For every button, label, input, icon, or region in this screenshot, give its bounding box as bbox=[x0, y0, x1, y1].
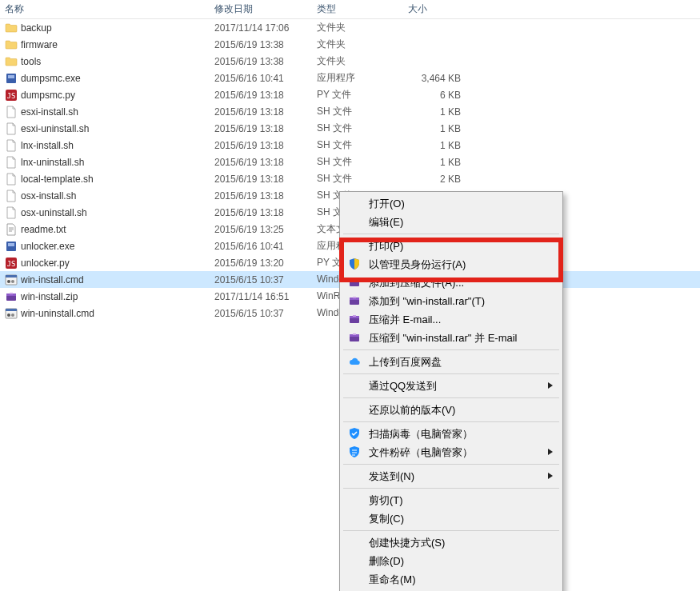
menu-separator bbox=[343, 234, 559, 234]
menu-cut[interactable]: 剪切(T) bbox=[342, 491, 561, 509]
column-header-size[interactable]: 大小 bbox=[403, 0, 467, 19]
file-name: readme.txt bbox=[21, 224, 66, 235]
file-row[interactable]: esxi-install.sh2015/6/19 13:18SH 文件1 KB bbox=[0, 103, 700, 120]
menu-compress-rar-email[interactable]: 压缩到 "win-install.rar" 并 E-mail bbox=[342, 329, 561, 347]
folder-icon bbox=[5, 22, 18, 34]
file-size: 3,464 KB bbox=[403, 73, 467, 84]
file-size: 1 KB bbox=[403, 106, 467, 118]
file-icon bbox=[5, 139, 18, 152]
file-type: SH 文件 bbox=[312, 105, 403, 118]
svg-rect-16 bbox=[6, 309, 17, 311]
menu-file-shred[interactable]: 文件粉碎（电脑管家） bbox=[342, 443, 561, 461]
winrar-icon bbox=[348, 294, 361, 307]
file-name: win-install.cmd bbox=[21, 274, 84, 286]
menu-open[interactable]: 打开(O) bbox=[342, 194, 561, 213]
menu-scan-virus[interactable]: 扫描病毒（电脑管家） bbox=[342, 425, 561, 443]
file-name: osx-uninstall.sh bbox=[21, 207, 87, 218]
menu-send-to[interactable]: 发送到(N) bbox=[342, 467, 561, 485]
file-row[interactable]: JSdumpsmc.py2015/6/19 13:18PY 文件6 KB bbox=[0, 86, 700, 103]
file-name: dumpsmc.py bbox=[21, 90, 75, 101]
svg-text:JS: JS bbox=[7, 260, 16, 268]
column-header-name[interactable]: 名称 bbox=[0, 0, 210, 19]
menu-compress-email[interactable]: 压缩并 E-mail... bbox=[342, 310, 561, 329]
file-icon bbox=[5, 156, 18, 169]
file-row[interactable]: dumpsmc.exe2015/6/16 10:41应用程序3,464 KB bbox=[0, 70, 700, 86]
file-type: 应用程序 bbox=[312, 71, 403, 85]
file-type: SH 文件 bbox=[312, 172, 403, 186]
file-row[interactable]: firmware2015/6/19 13:38文件夹 bbox=[0, 36, 700, 53]
file-type: 文件夹 bbox=[312, 21, 403, 34]
file-name: dumpsmc.exe bbox=[21, 73, 81, 84]
file-type: PY 文件 bbox=[312, 88, 403, 102]
file-row[interactable]: backup2017/11/14 17:06文件夹 bbox=[0, 19, 700, 36]
py-icon: JS bbox=[5, 89, 18, 102]
file-name: unlocker.py bbox=[21, 258, 70, 269]
file-date: 2015/6/19 13:18 bbox=[210, 90, 312, 101]
svg-point-11 bbox=[11, 280, 14, 283]
menu-restore-previous[interactable]: 还原以前的版本(V) bbox=[342, 401, 561, 419]
menu-copy[interactable]: 复制(C) bbox=[342, 509, 561, 528]
menu-edit[interactable]: 编辑(E) bbox=[342, 213, 561, 231]
file-date: 2015/6/19 13:18 bbox=[210, 140, 312, 151]
file-row[interactable]: local-template.sh2015/6/19 13:18SH 文件2 K… bbox=[0, 170, 700, 187]
menu-separator bbox=[343, 373, 559, 374]
file-name: tools bbox=[21, 56, 41, 67]
guard-shield-icon bbox=[348, 427, 361, 440]
file-name: win-install.zip bbox=[21, 291, 78, 302]
py-icon: JS bbox=[5, 257, 18, 270]
file-date: 2015/6/19 13:18 bbox=[210, 157, 312, 168]
winrar-icon bbox=[348, 313, 361, 325]
file-name: lnx-install.sh bbox=[21, 140, 74, 151]
file-row[interactable]: esxi-uninstall.sh2015/6/19 13:18SH 文件1 K… bbox=[0, 120, 700, 137]
svg-point-18 bbox=[11, 313, 14, 317]
file-date: 2017/11/14 16:51 bbox=[210, 291, 312, 302]
submenu-arrow-icon bbox=[548, 473, 553, 479]
svg-rect-5 bbox=[8, 243, 14, 246]
file-date: 2017/11/14 17:06 bbox=[210, 22, 312, 34]
file-size: 2 KB bbox=[403, 174, 467, 185]
menu-qq-send[interactable]: 通过QQ发送到 bbox=[342, 377, 561, 395]
file-name: lnx-uninstall.sh bbox=[21, 157, 84, 168]
file-row[interactable]: lnx-install.sh2015/6/19 13:18SH 文件1 KB bbox=[0, 137, 700, 154]
svg-rect-21 bbox=[353, 278, 356, 280]
file-row[interactable]: lnx-uninstall.sh2015/6/19 13:18SH 文件1 KB bbox=[0, 154, 700, 170]
svg-rect-9 bbox=[6, 275, 17, 278]
file-date: 2015/6/19 13:38 bbox=[210, 56, 312, 67]
file-name: esxi-uninstall.sh bbox=[21, 123, 89, 134]
menu-add-archive[interactable]: 添加到压缩文件(A)... bbox=[342, 274, 561, 292]
svg-rect-24 bbox=[353, 297, 356, 298]
menu-separator bbox=[343, 397, 559, 398]
winrar-icon bbox=[348, 276, 361, 289]
cmd-icon bbox=[5, 307, 18, 320]
svg-text:JS: JS bbox=[7, 92, 16, 100]
menu-create-shortcut[interactable]: 创建快捷方式(S) bbox=[342, 533, 561, 552]
file-size: 1 KB bbox=[403, 123, 467, 134]
file-name: win-uninstall.cmd bbox=[21, 308, 94, 319]
menu-add-to-rar[interactable]: 添加到 "win-install.rar"(T) bbox=[342, 292, 561, 310]
file-icon bbox=[5, 190, 18, 202]
file-date: 2015/6/19 13:25 bbox=[210, 224, 312, 235]
menu-runas-admin[interactable]: 以管理员身份运行(A) bbox=[342, 255, 561, 274]
file-date: 2015/6/19 13:18 bbox=[210, 190, 312, 202]
file-name: firmware bbox=[21, 39, 58, 50]
column-header-type[interactable]: 类型 bbox=[312, 0, 403, 19]
column-header-date[interactable]: 修改日期 bbox=[210, 0, 312, 19]
file-name: local-template.sh bbox=[21, 174, 94, 185]
folder-icon bbox=[5, 38, 18, 51]
file-date: 2015/6/19 13:18 bbox=[210, 207, 312, 218]
menu-print[interactable]: 打印(P) bbox=[342, 237, 561, 255]
menu-rename[interactable]: 重命名(M) bbox=[342, 570, 561, 589]
menu-separator bbox=[343, 421, 559, 422]
menu-upload-baidu[interactable]: 上传到百度网盘 bbox=[342, 353, 561, 371]
file-icon bbox=[5, 206, 18, 219]
svg-point-17 bbox=[7, 313, 10, 317]
file-date: 2015/6/15 10:37 bbox=[210, 308, 312, 319]
file-date: 2015/6/19 13:18 bbox=[210, 123, 312, 134]
svg-rect-1 bbox=[8, 75, 14, 78]
file-row[interactable]: tools2015/6/19 13:38文件夹 bbox=[0, 53, 700, 70]
menu-delete[interactable]: 删除(D) bbox=[342, 552, 561, 570]
file-date: 2015/6/16 10:41 bbox=[210, 241, 312, 252]
file-date: 2015/6/19 13:20 bbox=[210, 258, 312, 269]
submenu-arrow-icon bbox=[548, 449, 553, 455]
file-date: 2015/6/15 10:37 bbox=[210, 274, 312, 286]
